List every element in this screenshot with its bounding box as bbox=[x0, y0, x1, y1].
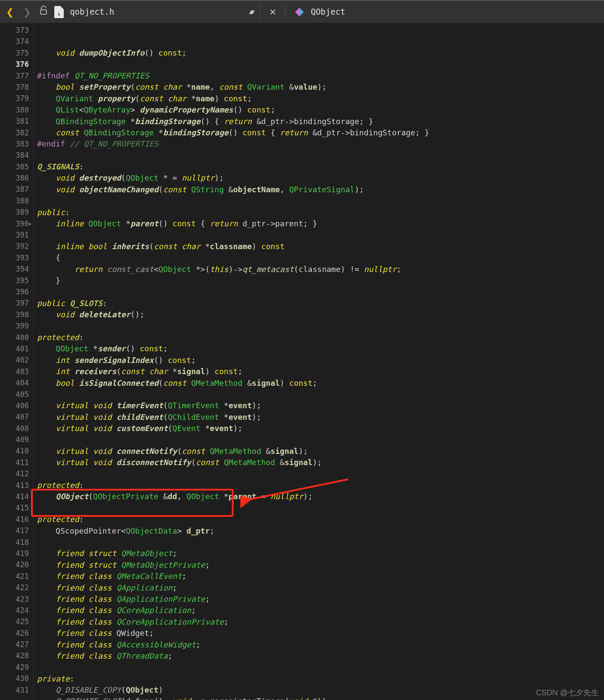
line-number[interactable]: 404 bbox=[2, 378, 29, 389]
code-line[interactable] bbox=[37, 59, 604, 70]
line-number[interactable]: 420 bbox=[2, 559, 29, 571]
symbol-breadcrumb[interactable]: QObject bbox=[311, 6, 345, 18]
line-number[interactable]: 387 bbox=[2, 184, 29, 195]
code-line[interactable] bbox=[37, 286, 604, 297]
line-number[interactable]: 397 bbox=[2, 298, 29, 309]
code-line[interactable]: QScopedPointer<QObjectData> d_ptr; bbox=[37, 525, 604, 537]
code-line[interactable]: Q_DISABLE_COPY(QObject) bbox=[37, 684, 604, 696]
line-number[interactable]: 414 bbox=[2, 491, 29, 503]
line-number[interactable]: 405 bbox=[2, 389, 29, 400]
line-number[interactable]: 402 bbox=[2, 355, 29, 366]
line-number[interactable]: 426 bbox=[2, 628, 29, 639]
line-number[interactable]: 418 bbox=[2, 537, 29, 548]
line-number[interactable]: 375 bbox=[2, 48, 29, 59]
code-line[interactable] bbox=[37, 229, 604, 241]
line-number[interactable]: 424 bbox=[2, 605, 29, 616]
code-line[interactable]: } bbox=[37, 275, 604, 286]
code-line[interactable] bbox=[37, 503, 604, 514]
line-number[interactable]: 403 bbox=[2, 366, 29, 378]
line-number[interactable]: 396 bbox=[2, 287, 29, 298]
code-line[interactable]: void deleteLater(); bbox=[37, 309, 604, 320]
code-line[interactable]: int receivers(const char *signal) const; bbox=[37, 366, 604, 377]
line-number[interactable]: 412 bbox=[2, 469, 29, 480]
code-line[interactable] bbox=[37, 150, 604, 161]
code-line[interactable]: friend class QMetaCallEvent; bbox=[37, 571, 604, 582]
line-number[interactable]: 389 bbox=[2, 207, 29, 218]
code-line[interactable]: public: bbox=[37, 207, 604, 218]
nav-forward-icon[interactable]: ❯ bbox=[21, 3, 34, 22]
line-number[interactable]: 421 bbox=[2, 571, 29, 582]
line-number[interactable]: 428 bbox=[2, 650, 29, 662]
line-number[interactable]: 384 bbox=[2, 150, 29, 161]
code-line[interactable]: protected: bbox=[37, 332, 604, 343]
file-dropdown-icon[interactable]: ▲▼ bbox=[184, 7, 253, 16]
line-number[interactable]: 429 bbox=[2, 662, 29, 673]
code-line[interactable]: return const_cast<QObject *>(this)->qt_m… bbox=[37, 264, 604, 275]
line-number[interactable]: 395 bbox=[2, 275, 29, 287]
line-number[interactable]: 401 bbox=[2, 344, 29, 355]
code-line[interactable]: virtual void customEvent(QEvent *event); bbox=[37, 423, 604, 434]
line-number[interactable]: 413 bbox=[2, 480, 29, 491]
code-line[interactable]: friend class QCoreApplication; bbox=[37, 605, 604, 616]
code-line[interactable]: protected: bbox=[37, 514, 604, 525]
line-number-gutter[interactable]: 3733743753763773783793803813823833843853… bbox=[0, 23, 34, 700]
code-line[interactable] bbox=[37, 321, 604, 332]
line-number[interactable]: 422 bbox=[2, 582, 29, 594]
code-line[interactable]: QObject(QObjectPrivate &dd, QObject *par… bbox=[37, 491, 604, 502]
line-number[interactable]: 408 bbox=[2, 423, 29, 434]
line-number[interactable]: 394 bbox=[2, 264, 29, 275]
code-line[interactable]: Q_SIGNALS: bbox=[37, 161, 604, 172]
line-number[interactable]: 376 bbox=[2, 59, 29, 70]
code-line[interactable] bbox=[37, 389, 604, 400]
code-line[interactable]: QList<QByteArray> dynamicPropertyNames()… bbox=[37, 104, 604, 116]
line-number[interactable]: 416 bbox=[2, 514, 29, 525]
code-line[interactable] bbox=[37, 469, 604, 480]
code-line[interactable]: void destroyed(QObject * = nullptr); bbox=[37, 172, 604, 184]
line-number[interactable]: 390 bbox=[2, 219, 29, 230]
nav-back-icon[interactable]: ❮ bbox=[3, 3, 16, 22]
code-line[interactable]: friend class QAccessibleWidget; bbox=[37, 639, 604, 650]
code-line[interactable] bbox=[37, 537, 604, 548]
line-number[interactable]: 392 bbox=[2, 241, 29, 252]
code-line[interactable]: public Q_SLOTS: bbox=[37, 298, 604, 309]
line-number[interactable]: 430 bbox=[2, 673, 29, 684]
line-number[interactable]: 393 bbox=[2, 253, 29, 264]
line-number[interactable]: 417 bbox=[2, 525, 29, 537]
code-line[interactable]: friend class QApplication; bbox=[37, 582, 604, 594]
code-line[interactable]: QBindingStorage *bindingStorage() { retu… bbox=[37, 116, 604, 127]
unlock-icon[interactable] bbox=[38, 5, 50, 19]
line-number[interactable]: 415 bbox=[2, 503, 29, 514]
line-number[interactable]: 383 bbox=[2, 139, 29, 150]
fold-chevron-icon[interactable]: ▾ bbox=[28, 221, 31, 228]
line-number[interactable]: 419 bbox=[2, 548, 29, 559]
code-area[interactable]: void dumpObjectInfo() const;#ifndef QT_N… bbox=[34, 23, 604, 700]
code-line[interactable]: virtual void childEvent(QChildEvent *eve… bbox=[37, 412, 604, 423]
code-line[interactable]: void objectNameChanged(const QString &ob… bbox=[37, 184, 604, 195]
code-line[interactable]: inline QObject *parent() const { return … bbox=[37, 218, 604, 229]
close-icon[interactable]: ✕ bbox=[267, 4, 278, 19]
line-number[interactable]: 410 bbox=[2, 446, 29, 457]
code-line[interactable]: virtual void connectNotify(const QMetaMe… bbox=[37, 446, 604, 457]
line-number[interactable]: 427 bbox=[2, 639, 29, 650]
code-line[interactable]: bool setProperty(const char *name, const… bbox=[37, 81, 604, 93]
code-line[interactable]: friend class QThreadData; bbox=[37, 650, 604, 662]
code-line[interactable]: friend struct QMetaObject; bbox=[37, 548, 604, 559]
code-line[interactable]: QVariant property(const char *name) cons… bbox=[37, 93, 604, 104]
line-number[interactable]: 385 bbox=[2, 162, 29, 173]
line-number[interactable]: 407 bbox=[2, 412, 29, 423]
line-number[interactable]: 399 bbox=[2, 321, 29, 332]
filename-label[interactable]: qobject.h bbox=[68, 5, 180, 19]
code-line[interactable] bbox=[37, 434, 604, 445]
code-line[interactable]: bool isSignalConnected(const QMetaMethod… bbox=[37, 378, 604, 389]
code-line[interactable]: friend class QApplicationPrivate; bbox=[37, 594, 604, 605]
code-line[interactable]: virtual void disconnectNotify(const QMet… bbox=[37, 457, 604, 468]
code-line[interactable] bbox=[37, 195, 604, 206]
code-line[interactable]: QObject *sender() const; bbox=[37, 343, 604, 354]
line-number[interactable]: 431 bbox=[2, 685, 29, 696]
code-line[interactable]: #endif // QT_NO_PROPERTIES bbox=[37, 138, 604, 150]
code-line[interactable]: protected: bbox=[37, 480, 604, 491]
line-number[interactable]: 382 bbox=[2, 128, 29, 139]
line-number[interactable]: 381 bbox=[2, 116, 29, 127]
code-line[interactable]: #ifndef QT_NO_PROPERTIES bbox=[37, 70, 604, 81]
line-number[interactable]: 386 bbox=[2, 173, 29, 184]
